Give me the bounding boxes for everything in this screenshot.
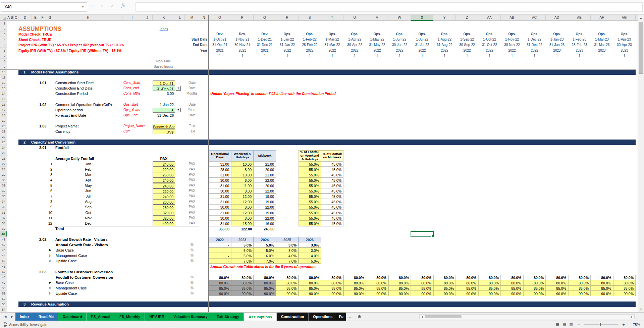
cell-O43[interactable]: -	[209, 248, 231, 253]
cell-K12[interactable]: 1-Oct-21	[153, 80, 175, 86]
cell-Q50[interactable]: 85.0%	[254, 285, 276, 291]
row-header-49[interactable]: 49	[0, 280, 7, 285]
cell-AF48[interactable]: 80.0%	[591, 275, 613, 280]
cell-AG6[interactable]: 2023	[613, 48, 636, 53]
cell-W7[interactable]: 1	[388, 53, 411, 59]
cell-R43[interactable]: 3.0%	[276, 248, 299, 253]
cell-O48[interactable]: 80.0%	[209, 275, 231, 280]
cell-Z7[interactable]: 1	[456, 53, 478, 59]
horizontal-scrollbar[interactable]: ◀ ▶	[419, 314, 635, 319]
cell-AG3[interactable]: Ops.	[613, 32, 636, 37]
cell-O44[interactable]: -	[209, 253, 231, 258]
cell-S49[interactable]: 80.0%	[299, 280, 321, 285]
tab-scroll-right-icon[interactable]: ▶	[9, 313, 15, 321]
scroll-up-icon[interactable]: ▲	[638, 16, 644, 19]
cell-AG5[interactable]: 30-Apr-23	[613, 42, 636, 48]
sheet-tab-construction[interactable]: Construction	[277, 313, 309, 321]
row-header-19[interactable]: 19	[0, 118, 7, 123]
cell-V4[interactable]: 1-May-22	[366, 37, 388, 42]
vertical-scrollbar-thumb[interactable]	[639, 22, 643, 74]
cell-AB3[interactable]: Ops.	[501, 32, 523, 37]
cell-O51[interactable]: 90.0%	[209, 291, 231, 296]
row-header-25[interactable]: 25	[0, 150, 7, 156]
cell-O36[interactable]: 31.00	[209, 210, 231, 215]
cell-AD4[interactable]: 1-Jan-23	[546, 37, 568, 42]
cell-S7[interactable]: 1	[299, 53, 321, 59]
row-header-18[interactable]: 18	[0, 113, 7, 118]
cell-R3[interactable]: Ops.	[276, 32, 299, 37]
cell-Q31[interactable]: 20.00	[254, 183, 276, 188]
cell-Y50[interactable]: 85.0%	[433, 285, 456, 291]
row-header-1[interactable]: 1	[0, 21, 7, 26]
cell-W5[interactable]: 30-Jun-22	[388, 42, 411, 48]
row-header-5[interactable]: 5	[0, 42, 7, 48]
row-header-40[interactable]: 40	[0, 231, 7, 237]
year-header-2024[interactable]: 2024	[254, 237, 276, 242]
cell-O39[interactable]: 365.00	[209, 226, 231, 231]
row-header-22[interactable]: 22	[0, 134, 7, 140]
cell-Q37[interactable]: 22.00	[254, 215, 276, 221]
cell-AD5[interactable]: 31-Jan-23	[546, 42, 568, 48]
row-header-31[interactable]: 31	[0, 183, 7, 188]
cell-R51[interactable]: 90.0%	[276, 291, 299, 296]
column-header-AD[interactable]: AD	[546, 15, 568, 21]
cell-S45[interactable]: 5.0%	[299, 258, 321, 264]
column-header-AE[interactable]: AE	[568, 15, 591, 21]
cell-P34[interactable]: 12.00	[231, 199, 254, 204]
cell-AA4[interactable]: 1-Oct-22	[478, 37, 501, 42]
cell-S50[interactable]: 85.0%	[299, 285, 321, 291]
cell-T38[interactable]: 45.0%	[321, 221, 343, 226]
cell-Q48[interactable]: 80.0%	[254, 275, 276, 280]
cell-AE7[interactable]: 1	[568, 53, 591, 59]
cell-AC3[interactable]: Ops.	[523, 32, 546, 37]
cell-X48[interactable]: 80.0%	[411, 275, 433, 280]
sheet-tab-valuation-summary[interactable]: Valuation Summary	[169, 313, 212, 321]
row-header-38[interactable]: 38	[0, 221, 7, 226]
view-normal-icon[interactable]: ▦	[556, 322, 559, 327]
cell-T34[interactable]: 45.0%	[321, 199, 343, 204]
cell-O32[interactable]: 30.00	[209, 188, 231, 194]
cell-S44[interactable]: 4.0%	[299, 253, 321, 258]
column-header-O[interactable]: O	[209, 15, 231, 21]
column-header-R[interactable]: R	[276, 15, 299, 21]
cell-AG4[interactable]: 1-Apr-23	[613, 37, 636, 42]
cell-Z50[interactable]: 85.0%	[456, 285, 478, 291]
column-header-I[interactable]: I	[122, 15, 142, 21]
cell-K34[interactable]: 260.00	[153, 199, 175, 205]
cell-U7[interactable]: 1	[343, 53, 366, 59]
cell-P49[interactable]: 80.0%	[231, 280, 254, 285]
cell-Q33[interactable]: 19.00	[254, 194, 276, 199]
cell-Z5[interactable]: 30-Sep-22	[456, 42, 478, 48]
cell-Z4[interactable]: 1-Sep-22	[456, 37, 478, 42]
zoom-slider-thumb[interactable]	[600, 323, 601, 326]
cell-AF5[interactable]: 31-Mar-23	[591, 42, 613, 48]
cell-Q38[interactable]: 16.00	[254, 221, 276, 226]
row-header-27[interactable]: 27	[0, 161, 7, 167]
cell-P29[interactable]: 10.00	[231, 172, 254, 177]
row-header-9[interactable]: 9	[0, 64, 7, 69]
zoom-slider[interactable]	[584, 324, 618, 325]
cell-X3[interactable]: Ops.	[411, 32, 433, 37]
cell-Z3[interactable]: Ops.	[456, 32, 478, 37]
cell-Z6[interactable]: 2022	[456, 48, 478, 53]
cell-AF4[interactable]: 1-Mar-23	[591, 37, 613, 42]
tab-scroll-left-icon[interactable]: ◀	[2, 313, 9, 321]
cell-O31[interactable]: 31.00	[209, 183, 231, 188]
more-tabs-button[interactable]: …	[346, 313, 355, 321]
cell-AD50[interactable]: 85.0%	[546, 285, 568, 291]
cell-P44[interactable]: 6.0%	[231, 253, 254, 258]
cell-P42[interactable]: 5.0%	[231, 242, 254, 248]
cell-AE51[interactable]: 90.0%	[568, 291, 591, 296]
row-header-36[interactable]: 36	[0, 210, 7, 215]
cell-S27[interactable]: 55.0%	[299, 161, 321, 167]
cell-O45[interactable]: -	[209, 258, 231, 264]
cell-AE49[interactable]: 80.0%	[568, 280, 591, 285]
column-header-AG[interactable]: AG	[613, 15, 636, 21]
column-header-Z[interactable]: Z	[456, 15, 478, 21]
row-header-47[interactable]: 47	[0, 269, 7, 275]
row-header-30[interactable]: 30	[0, 177, 7, 183]
cell-AC4[interactable]: 1-Dec-22	[523, 37, 546, 42]
cell-P7[interactable]: 1	[231, 53, 254, 59]
column-header-G[interactable]: G	[46, 15, 54, 21]
year-header-2026[interactable]: 2026	[299, 237, 321, 242]
